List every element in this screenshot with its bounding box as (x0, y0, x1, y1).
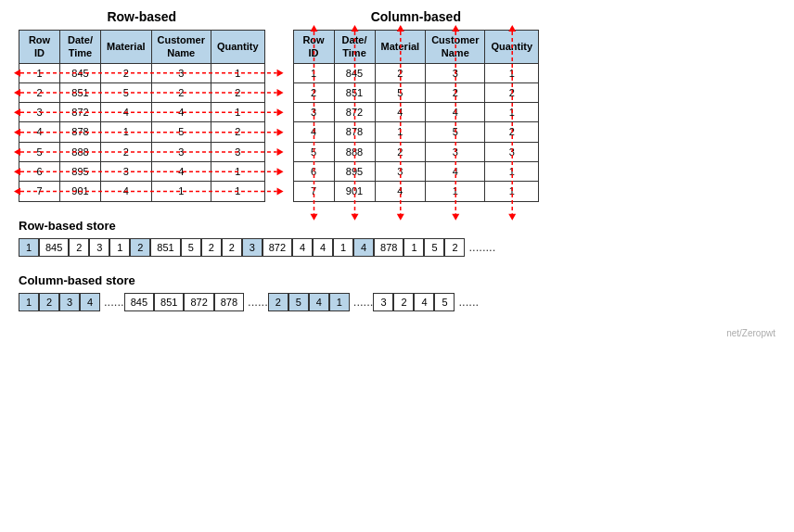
row-cell-3-3: 5 (151, 122, 211, 142)
row-cell-0-4: 1 (211, 63, 264, 82)
row-cell-4-2: 2 (101, 142, 152, 161)
tables-section: Row-based RowID Date/Time Material Custo… (19, 9, 775, 202)
col-cell-3-3: 5 (426, 122, 485, 142)
row-cell-2-1: 872 (60, 103, 101, 122)
col-store-cell-1-0: 845 (124, 293, 154, 311)
col-cell-3-4: 2 (485, 122, 539, 142)
col-cell-6-3: 1 (426, 182, 485, 201)
col-store-title: Column-based store (19, 273, 775, 287)
col-cell-0-0: 1 (293, 63, 334, 82)
svg-marker-1 (277, 70, 284, 77)
row-based-row: 6895341 (19, 162, 265, 182)
row-cell-2-2: 4 (101, 103, 152, 122)
row-based-row: 7901411 (19, 182, 265, 201)
row-store-cell-18: 5 (424, 238, 444, 257)
row-cell-6-0: 7 (19, 182, 60, 201)
col-store-cell-0-1: 2 (39, 293, 59, 311)
col-store-cell-3-0: 3 (373, 293, 393, 311)
col-cell-4-1: 888 (334, 142, 375, 161)
row-cell-0-1: 845 (60, 63, 101, 82)
col-header-datetime: Date/Time (334, 31, 375, 64)
col-based-row: 5888233 (293, 142, 539, 161)
col-based-wrapper: RowID Date/Time Material CustomerName Qu… (293, 30, 540, 202)
row-cell-4-4: 3 (211, 142, 264, 161)
col-cell-2-4: 1 (485, 103, 539, 122)
col-cell-3-1: 878 (334, 122, 375, 142)
row-store-cell-10: 3 (242, 238, 263, 257)
row-cell-3-1: 878 (60, 122, 101, 142)
row-cell-5-3: 4 (151, 162, 211, 182)
col-cell-6-2: 4 (375, 182, 426, 201)
row-based-table: RowID Date/Time Material CustomerName Qu… (19, 30, 265, 202)
row-store-cell-9: 2 (222, 238, 242, 257)
row-store-cell-11: 872 (263, 238, 292, 257)
col-cell-2-0: 3 (293, 103, 334, 122)
row-cell-0-0: 1 (19, 63, 60, 82)
row-store-cell-19: 2 (444, 238, 465, 257)
col-store-cell-3-1: 2 (393, 293, 414, 311)
col-cell-1-1: 851 (334, 82, 375, 102)
row-cell-5-2: 3 (101, 162, 152, 182)
col-based-row: 7901411 (293, 182, 539, 201)
col-cell-5-0: 6 (293, 162, 334, 182)
col-based-title: Column-based (371, 9, 461, 24)
row-store-cell-15: 4 (353, 238, 374, 257)
col-cell-1-0: 2 (293, 82, 334, 102)
row-cell-1-4: 2 (211, 82, 264, 102)
col-store-section: Column-based store 1234......84585187287… (19, 273, 775, 311)
col-header-material: Material (375, 31, 426, 64)
svg-marker-13 (277, 148, 284, 156)
row-cell-6-1: 901 (60, 182, 101, 201)
row-store-cell-0: 1 (19, 238, 39, 257)
row-cell-1-1: 851 (60, 82, 101, 102)
col-cell-6-1: 901 (334, 182, 375, 201)
row-cell-4-0: 5 (19, 142, 60, 161)
row-cell-6-4: 1 (211, 182, 264, 201)
col-cell-5-4: 1 (485, 162, 539, 182)
row-based-row: 5888233 (19, 142, 265, 161)
row-store-cell-13: 4 (313, 238, 333, 257)
row-cell-5-1: 895 (60, 162, 101, 182)
row-store-row: 1845231285152238724414878152........ (19, 238, 775, 257)
svg-marker-7 (277, 108, 284, 116)
row-based-section: Row-based RowID Date/Time Material Custo… (19, 9, 265, 202)
row-header-quantity: Quantity (211, 31, 264, 64)
svg-marker-19 (277, 188, 284, 196)
col-store-dots-0: ...... (100, 295, 124, 309)
main-container: Row-based RowID Date/Time Material Custo… (19, 9, 775, 338)
row-cell-2-0: 3 (19, 103, 60, 122)
col-store-dots-3: ...... (455, 295, 479, 309)
col-cell-4-4: 3 (485, 142, 539, 161)
col-cell-5-1: 895 (334, 162, 375, 182)
row-cell-3-2: 1 (101, 122, 152, 142)
col-cell-4-0: 5 (293, 142, 334, 161)
row-header-id: RowID (19, 31, 60, 64)
col-store-cell-2-1: 5 (288, 293, 309, 311)
col-cell-0-2: 2 (375, 63, 426, 82)
col-header-quantity: Quantity (485, 31, 539, 64)
col-header-id: RowID (293, 31, 334, 64)
bottom-credit: net/Zeropwt (19, 328, 775, 338)
row-store-dots: ........ (465, 240, 495, 254)
row-store-title: Row-based store (19, 219, 775, 233)
row-based-row: 4878152 (19, 122, 265, 142)
col-cell-2-2: 4 (375, 103, 426, 122)
row-store-cell-16: 878 (374, 238, 403, 257)
row-store-cell-2: 2 (69, 238, 89, 257)
col-cell-2-1: 872 (334, 103, 375, 122)
col-cell-0-1: 845 (334, 63, 375, 82)
col-store-cell-0-0: 1 (19, 293, 39, 311)
col-cell-4-3: 3 (426, 142, 485, 161)
row-cell-0-2: 2 (101, 63, 152, 82)
col-store-cell-1-3: 878 (214, 293, 244, 311)
col-store-cell-3-2: 4 (414, 293, 434, 311)
row-based-row: 3872441 (19, 103, 265, 122)
col-based-table: RowID Date/Time Material CustomerName Qu… (293, 30, 540, 202)
row-store-cell-17: 1 (403, 238, 424, 257)
col-cell-1-2: 5 (375, 82, 426, 102)
col-cell-3-0: 4 (293, 122, 334, 142)
row-cell-4-3: 3 (151, 142, 211, 161)
row-store-cell-12: 4 (292, 238, 313, 257)
col-store-cell-1-2: 872 (184, 293, 213, 311)
row-store-cell-4: 1 (109, 238, 130, 257)
